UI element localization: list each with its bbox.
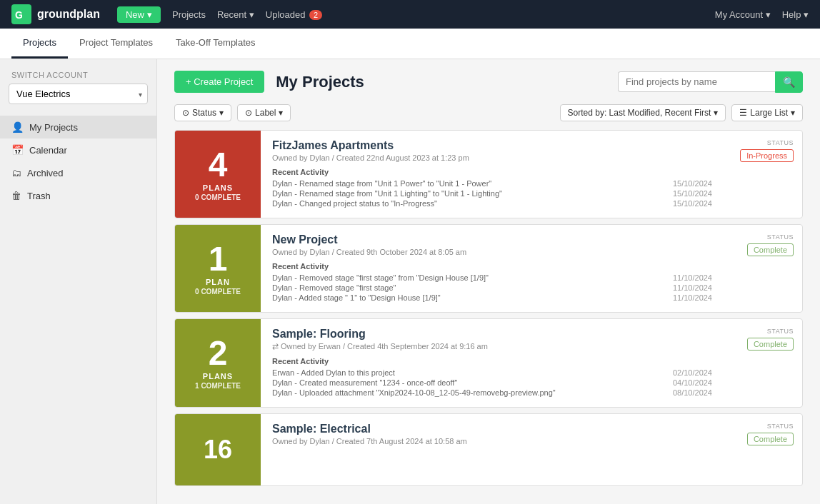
- project-status-fitzjames: STATUS In-Progress: [724, 131, 802, 218]
- logo-area: G groundplan: [11, 4, 100, 24]
- status-filter-label: Status: [192, 108, 216, 118]
- project-info-flooring: Sample: Flooring ⇄ Owned by Erwan / Crea…: [261, 319, 724, 407]
- list-item: Dylan - Removed stage "first stage" 11/1…: [272, 283, 712, 292]
- projects-list: 4 PLANS 0 COMPLETE FitzJames Apartments …: [174, 130, 803, 486]
- list-item: Dylan - Added stage " 1" to "Design Hous…: [272, 293, 712, 302]
- tab-projects[interactable]: Projects: [11, 29, 68, 59]
- help-nav-link[interactable]: Help ▾: [782, 9, 809, 20]
- view-chevron-icon: ▾: [791, 108, 795, 118]
- project-thumb-fitzjames: 4 PLANS 0 COMPLETE: [175, 131, 261, 218]
- project-info-new-project: New Project Owned by Dylan / Created 9th…: [261, 225, 724, 312]
- trash-icon: 🗑: [11, 190, 21, 201]
- activity-label-fitzjames: Recent Activity: [272, 168, 712, 176]
- project-name-fitzjames: FitzJames Apartments: [272, 139, 712, 152]
- table-row[interactable]: 16 Sample: Electrical Owned by Dylan / C…: [174, 413, 803, 486]
- table-row[interactable]: 1 PLAN 0 COMPLETE New Project Owned by D…: [174, 224, 803, 313]
- list-item: Dylan - Changed project status to "In-Pr…: [272, 199, 712, 208]
- sidebar-item-calendar[interactable]: 📅 Calendar: [0, 138, 156, 161]
- project-meta-new-project: Owned by Dylan / Created 9th October 202…: [272, 248, 712, 256]
- account-nav-link[interactable]: My Account ▾: [715, 9, 771, 20]
- label-filter-chevron-icon: ▾: [279, 108, 283, 118]
- new-chevron-icon: ▾: [147, 9, 152, 20]
- project-thumb-new-project: 1 PLAN 0 COMPLETE: [175, 225, 261, 312]
- help-chevron-icon: ▾: [804, 9, 809, 20]
- project-meta-electrical: Owned by Dylan / Created 7th August 2024…: [272, 437, 712, 445]
- account-select[interactable]: Vue Electrics: [9, 84, 148, 104]
- list-item: Dylan - Removed stage "first stage" from…: [272, 273, 712, 282]
- activity-label-flooring: Recent Activity: [272, 357, 712, 366]
- sidebar-item-archived[interactable]: 🗂 Archived: [0, 161, 156, 184]
- status-badge: Complete: [747, 243, 794, 256]
- user-icon: 👤: [11, 121, 24, 133]
- content-header: + Create Project My Projects 🔍: [174, 71, 803, 93]
- label-filter-icon: ⊙: [245, 108, 252, 118]
- nav-right: My Account ▾ Help ▾: [715, 9, 809, 20]
- switch-account-label: Switch Account: [0, 71, 156, 79]
- uploaded-badge: 2: [309, 10, 322, 20]
- projects-nav-link[interactable]: Projects: [172, 9, 206, 20]
- project-info-fitzjames: FitzJames Apartments Owned by Dylan / Cr…: [261, 131, 724, 218]
- account-chevron-icon: ▾: [766, 9, 771, 20]
- status-badge: In-Progress: [740, 149, 794, 162]
- table-row[interactable]: 4 PLANS 0 COMPLETE FitzJames Apartments …: [174, 130, 803, 218]
- view-icon: ☰: [739, 108, 747, 118]
- logo-icon: G: [11, 4, 31, 24]
- sidebar-archived-label: Archived: [27, 168, 64, 178]
- project-thumb-electrical: 16: [175, 414, 261, 485]
- sidebar-item-my-projects[interactable]: 👤 My Projects: [0, 116, 156, 138]
- search-icon: 🔍: [783, 76, 795, 88]
- list-item: Dylan - Created measurement "1234 - once…: [272, 378, 712, 387]
- sidebar-item-trash[interactable]: 🗑 Trash: [0, 184, 156, 207]
- label-filter-button[interactable]: ⊙ Label ▾: [237, 104, 291, 121]
- sort-chevron-icon: ▾: [714, 108, 718, 118]
- search-button[interactable]: 🔍: [775, 71, 803, 93]
- sidebar-calendar-label: Calendar: [29, 145, 67, 156]
- project-info-electrical: Sample: Electrical Owned by Dylan / Crea…: [261, 414, 724, 485]
- top-nav: G groundplan New ▾ Projects Recent ▾ Upl…: [0, 0, 820, 29]
- uploaded-nav-link[interactable]: Uploaded 2: [266, 9, 322, 20]
- calendar-icon: 📅: [11, 144, 24, 156]
- logo-text: groundplan: [37, 8, 100, 21]
- table-row[interactable]: 2 PLANS 1 COMPLETE Sample: Flooring ⇄ Ow…: [174, 318, 803, 408]
- filter-bar: ⊙ Status ▾ ⊙ Label ▾ Sorted by: Last Mod…: [174, 104, 803, 121]
- new-button-label: New: [126, 9, 144, 20]
- status-filter-chevron-icon: ▾: [219, 108, 224, 118]
- filter-right: Sorted by: Last Modified, Recent First ▾…: [560, 104, 803, 121]
- sidebar-trash-label: Trash: [27, 191, 51, 201]
- list-item: Dylan - Renamed stage from "Unit 1 Power…: [272, 179, 712, 188]
- svg-text:G: G: [15, 9, 23, 21]
- sidebar: Switch Account Vue Electrics ▾ 👤 My Proj…: [0, 59, 157, 504]
- view-label: Large List: [750, 108, 788, 118]
- project-meta-flooring: ⇄ Owned by Erwan / Created 4th September…: [272, 342, 712, 351]
- status-filter-button[interactable]: ⊙ Status ▾: [174, 104, 231, 121]
- status-badge: Complete: [747, 433, 794, 445]
- content-area: + Create Project My Projects 🔍 ⊙ Status …: [157, 59, 820, 504]
- activity-label-new-project: Recent Activity: [272, 262, 712, 271]
- create-project-button[interactable]: + Create Project: [174, 71, 264, 93]
- filter-left: ⊙ Status ▾ ⊙ Label ▾: [174, 104, 291, 121]
- tab-project-templates[interactable]: Project Templates: [68, 29, 164, 59]
- project-thumb-flooring: 2 PLANS 1 COMPLETE: [175, 319, 261, 407]
- sidebar-my-projects-label: My Projects: [29, 122, 78, 133]
- project-status-new-project: STATUS Complete: [724, 225, 802, 312]
- list-item: Dylan - Renamed stage from "Unit 1 Light…: [272, 189, 712, 198]
- status-filter-icon: ⊙: [182, 108, 189, 118]
- tab-takeoff-templates[interactable]: Take-Off Templates: [164, 29, 267, 59]
- view-button[interactable]: ☰ Large List ▾: [731, 104, 803, 121]
- search-input[interactable]: [618, 71, 775, 92]
- page-title: My Projects: [276, 73, 364, 91]
- status-badge: Complete: [747, 338, 794, 351]
- recent-nav-link[interactable]: Recent ▾: [217, 9, 254, 20]
- project-name-flooring: Sample: Flooring: [272, 328, 712, 341]
- sub-nav: Projects Project Templates Take-Off Temp…: [0, 29, 820, 59]
- sort-button[interactable]: Sorted by: Last Modified, Recent First ▾: [560, 104, 726, 121]
- archive-icon: 🗂: [11, 167, 21, 178]
- list-item: Erwan - Added Dylan to this project 02/1…: [272, 368, 712, 377]
- project-name-new-project: New Project: [272, 233, 712, 246]
- label-filter-label: Label: [255, 108, 276, 118]
- account-select-wrapper: Vue Electrics ▾: [9, 84, 148, 104]
- project-meta-fitzjames: Owned by Dylan / Created 22nd August 202…: [272, 153, 712, 162]
- main-layout: Switch Account Vue Electrics ▾ 👤 My Proj…: [0, 59, 820, 504]
- new-button[interactable]: New ▾: [117, 6, 161, 23]
- recent-chevron-icon: ▾: [249, 9, 254, 20]
